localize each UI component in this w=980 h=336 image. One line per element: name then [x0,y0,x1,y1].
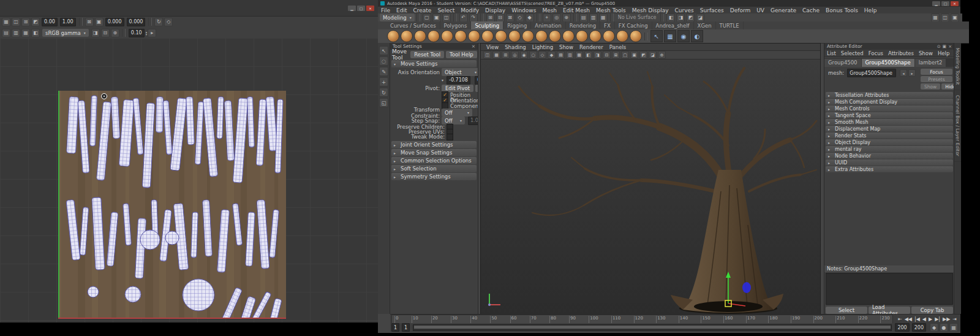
construction-history-icon[interactable]: ⊕ [562,13,571,22]
step-forward-frame-icon[interactable]: ▶▶ [941,316,951,322]
menu-item[interactable]: Display [482,7,508,13]
minimize-icon[interactable]: ▁ [932,1,940,6]
restore-icon[interactable]: ▢ [357,6,365,11]
go-to-start-icon[interactable]: ⇤ [897,316,903,322]
step-forward-key-icon[interactable]: ▶| [933,316,941,322]
screen-ao-icon[interactable]: ⊟ [603,51,611,59]
shelf-tab[interactable]: XGen [694,21,716,29]
depth-of-field-icon[interactable]: ▣ [630,51,638,59]
smooth-brush-icon[interactable] [401,30,413,42]
animation-prefs-icon[interactable]: ▦ [949,323,958,332]
show-button[interactable]: Show [921,83,940,90]
convert-brush-icon[interactable] [630,30,642,42]
select-camera-icon[interactable]: ◫ [483,51,491,59]
ae-menu-item[interactable]: Show [916,50,935,56]
show-attributes-icon[interactable]: ▸ [908,69,916,77]
snapshot-icon[interactable]: ◆ [548,51,556,59]
shadows-icon[interactable]: ◨ [594,51,601,59]
attribute-section[interactable]: ▸ Render Stats [826,132,953,139]
viewport-menu-item[interactable]: Panels [606,44,629,50]
shelf-tab[interactable]: Animation [531,21,565,29]
ae-tab[interactable]: Group4500Shape [862,59,915,67]
redo-icon[interactable]: ↷ [469,13,478,22]
range-slider-track[interactable] [413,324,892,331]
close-icon[interactable]: × [366,6,374,11]
pin-icon[interactable]: ⊙ [937,44,941,49]
viewport-canvas[interactable] [481,59,820,315]
move-tool-icon[interactable]: + [379,77,388,86]
flatten-brush-icon[interactable] [454,30,467,42]
settings-section[interactable]: ▸ Symmetry Settings [391,173,477,180]
render-icon[interactable]: ▤ [579,13,588,22]
multisample-icon[interactable]: ▢ [621,51,629,59]
gamma-field[interactable]: 1.00 [60,18,76,26]
attribute-section[interactable]: ▸ Tessellation Attributes [826,92,953,98]
settings-section[interactable]: ▸ Move Snap Settings [391,149,477,156]
play-forwards-icon[interactable]: ▶ [927,316,933,322]
chevron-down-icon[interactable]: ▾ [442,78,443,82]
ipr-render-icon[interactable]: ▥ [589,13,598,22]
viewport-menu-item[interactable]: View [483,44,502,50]
spray-brush-icon[interactable] [481,30,494,42]
ae-menu-item[interactable]: Selected [839,50,866,56]
attribute-section[interactable]: ▸ Tangent Space [826,112,953,118]
amplify-brush-icon[interactable] [603,30,615,42]
brush-preset-icon[interactable]: ◐ [691,30,703,42]
camera-attributes-icon[interactable]: ⊞ [502,51,510,59]
snap-settings-icon[interactable]: ▸ [148,29,156,37]
attribute-section[interactable]: ▸ Extra Attributes [826,166,953,172]
viewport-menu-item[interactable]: Shading [502,44,529,50]
rotate-tool-icon[interactable]: ↻ [379,88,388,97]
sidebar-toolsettings-icon[interactable]: ▣ [951,13,959,22]
knife-brush-icon[interactable] [562,30,575,42]
menu-item[interactable]: File [378,7,393,13]
menu-item[interactable]: Edit Mesh [560,7,593,13]
select-tool-icon[interactable]: ↖ [650,30,663,42]
checker-map-icon[interactable]: ▦ [21,29,30,37]
select-mask-icon[interactable]: ◩ [686,13,695,22]
viewport-menu-item[interactable]: Show [556,44,576,50]
range-slider-bar[interactable] [414,326,891,329]
menu-set-selector[interactable]: Modeling ▾ [380,13,415,21]
hide-attributes-icon[interactable]: ◂ [900,69,907,77]
attribute-section[interactable]: ▸ Object Display [826,139,953,145]
menu-item[interactable]: Curves [672,7,697,13]
shelf-tab[interactable]: Polygons [440,21,472,29]
shelf-tab[interactable]: FX [600,21,615,29]
close-icon[interactable]: × [472,44,475,49]
menu-item[interactable]: Select [434,7,458,13]
grid-size-field[interactable]: 0.10 [129,29,145,37]
sculpt-mask-icon[interactable]: ◨ [676,13,685,22]
menu-item[interactable]: Mesh Tools [593,7,629,13]
lattice-icon[interactable]: ▦ [664,30,676,42]
sidebar-vertical-tab[interactable]: Channel Box / Layer Editor [954,90,961,162]
shade-uvs-icon[interactable]: ▣ [95,18,104,26]
shelf-tab[interactable]: Sculpting [471,21,503,29]
snap-point-icon[interactable]: ⊠ [506,13,514,22]
transform-constraint-select[interactable]: Off ▾ [442,109,472,116]
attribute-section[interactable]: ▸ Mesh Controls [826,105,953,112]
scrape-brush-icon[interactable] [535,30,548,42]
reset-pivot-button[interactable]: Reset [475,85,478,92]
v-coordinate-field[interactable]: 0.000 [127,18,146,26]
display-image-icon[interactable]: ▦ [2,18,10,26]
attribute-section[interactable]: ▸ UUID [826,159,953,166]
ae-tab[interactable]: Group4500 [824,59,862,67]
save-scene-icon[interactable]: ◫ [442,13,451,22]
lasso-select-icon[interactable]: ◌ [379,56,388,66]
axis-y-field[interactable]: 0.0000 [475,76,478,85]
filter-texture-icon[interactable]: ◩ [31,18,40,26]
axis-orientation-select[interactable]: Object ▾ [442,68,478,76]
playback-end-field[interactable]: 200 [895,323,909,332]
menu-item[interactable]: Cache [799,7,823,13]
menu-item[interactable]: UV [753,7,767,13]
menu-item[interactable]: Mesh Display [629,7,672,13]
sidebar-attreditor-icon[interactable]: ◫ [941,13,949,22]
settings-section[interactable]: ▸ Soft Selection [391,165,477,172]
load-attributes-button[interactable]: Load Attributes [869,307,910,314]
uv-value-icon[interactable]: ◇ [164,18,173,26]
copy-tab-button[interactable]: Copy Tab [911,307,953,314]
menu-item[interactable]: Deform [727,7,753,13]
attribute-section[interactable]: ▸ Displacement Map [826,126,953,132]
menu-item[interactable]: Bonus Tools [823,7,861,13]
